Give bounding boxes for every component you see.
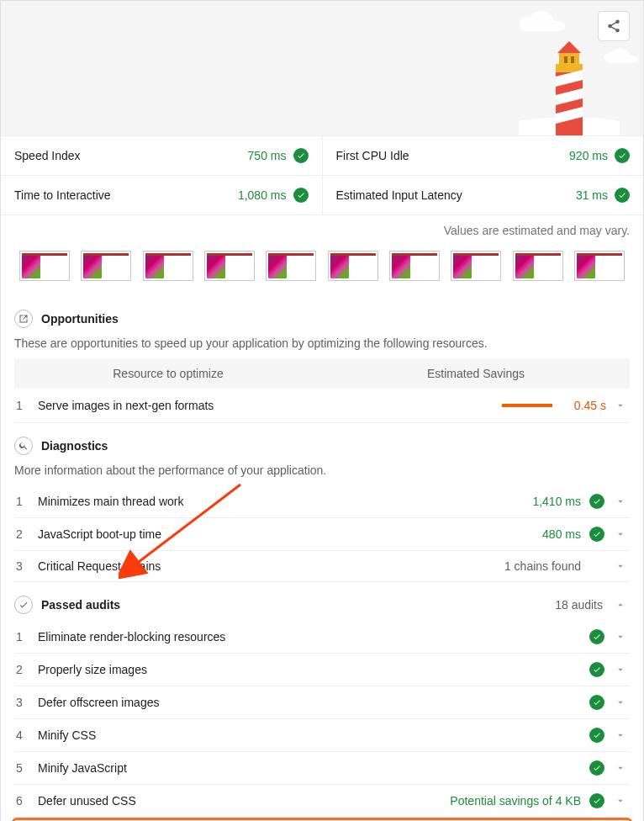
filmstrip-frame <box>81 251 131 281</box>
row-number: 2 <box>14 663 38 676</box>
diagnostic-row[interactable]: 2JavaScript boot-up time480 ms <box>14 518 630 551</box>
pass-icon <box>589 662 604 677</box>
chevron-down-icon[interactable] <box>611 400 630 411</box>
chevron-down-icon[interactable] <box>611 631 630 643</box>
metric-value: 1,080 ms <box>238 188 309 203</box>
filmstrip-frame <box>574 251 625 281</box>
opportunities-section: Opportunities These are opportunities to… <box>1 303 643 423</box>
filmstrip-frame <box>451 251 501 281</box>
pass-icon <box>589 527 604 542</box>
opportunity-name: Serve images in next-gen formats <box>38 399 451 412</box>
metric-row: Speed Index750 ms <box>1 135 322 175</box>
chevron-down-icon[interactable] <box>611 495 630 507</box>
passed-audit-row[interactable]: 7Efficiently encode images <box>12 818 632 821</box>
chevron-down-icon[interactable] <box>611 762 630 774</box>
diagnostics-title: Diagnostics <box>41 439 108 453</box>
row-number: 5 <box>14 761 38 775</box>
opportunities-desc: These are opportunities to speed up your… <box>14 335 630 358</box>
chevron-down-icon[interactable] <box>611 729 630 741</box>
opportunities-icon <box>14 310 33 328</box>
metric-row: First CPU Idle920 ms <box>323 135 644 175</box>
row-number: 1 <box>14 495 38 508</box>
chevron-down-icon[interactable] <box>611 795 630 807</box>
diagnostics-section: Diagnostics More information about the p… <box>1 430 643 582</box>
diagnostic-value: 1 chains found <box>504 559 589 573</box>
share-icon <box>606 19 621 34</box>
diagnostic-row[interactable]: 1Minimizes main thread work1,410 ms <box>14 485 630 518</box>
cloud-icon <box>519 11 566 31</box>
diagnostic-name: Critical Request Chains <box>38 559 504 573</box>
pass-icon <box>589 494 604 509</box>
metric-value: 31 ms <box>576 188 630 203</box>
audit-name: Defer offscreen images <box>38 696 589 709</box>
pass-icon <box>589 629 604 644</box>
report-header <box>1 1 643 135</box>
passed-audit-row[interactable]: 1Eliminate render-blocking resources <box>14 621 630 654</box>
diagnostic-row[interactable]: 3Critical Request Chains1 chains found <box>14 551 630 582</box>
opportunity-row[interactable]: 1Serve images in next-gen formats0.45 s <box>14 389 630 423</box>
filmstrip-frame <box>204 251 255 281</box>
audit-value: Potential savings of 4 KB <box>450 794 589 808</box>
chevron-down-icon[interactable] <box>611 528 630 540</box>
chevron-up-icon <box>611 599 630 611</box>
row-number: 1 <box>14 399 38 412</box>
row-number: 4 <box>14 728 38 742</box>
metric-row: Estimated Input Latency31 ms <box>323 175 644 215</box>
passed-audit-row[interactable]: 6Defer unused CSSPotential savings of 4 … <box>14 785 630 818</box>
filmstrip <box>1 241 643 296</box>
metric-value: 750 ms <box>248 148 309 163</box>
svg-rect-5 <box>571 56 574 63</box>
diagnostics-icon <box>14 437 33 455</box>
passed-audits-count: 18 audits <box>555 598 603 612</box>
metric-row: Time to Interactive1,080 ms <box>1 175 322 215</box>
audit-name: Defer unused CSS <box>38 794 450 808</box>
metric-name: Speed Index <box>14 149 81 162</box>
diagnostic-value: 1,410 ms <box>532 495 589 508</box>
lighthouse-illustration <box>519 34 620 135</box>
pass-icon <box>615 148 630 163</box>
col-resource: Resource to optimize <box>14 358 322 389</box>
chevron-down-icon[interactable] <box>611 560 630 572</box>
audit-name: Minify CSS <box>38 728 589 742</box>
metric-value: 920 ms <box>569 148 630 163</box>
opportunities-title: Opportunities <box>41 312 119 326</box>
audit-name: Properly size images <box>38 663 589 676</box>
metrics-grid: Speed Index750 ms Time to Interactive1,0… <box>1 135 643 215</box>
chevron-down-icon[interactable] <box>611 664 630 675</box>
metric-name: Time to Interactive <box>14 188 111 202</box>
row-number: 1 <box>14 630 38 644</box>
filmstrip-frame <box>328 251 378 281</box>
diagnostic-name: JavaScript boot-up time <box>38 527 542 541</box>
opportunities-table-header: Resource to optimize Estimated Savings <box>14 358 630 389</box>
check-icon <box>14 596 33 614</box>
passed-audit-row[interactable]: 2Properly size images <box>14 654 630 686</box>
pass-icon <box>293 188 309 203</box>
passed-audit-row[interactable]: 4Minify CSS <box>14 719 630 752</box>
filmstrip-frame <box>143 251 193 281</box>
passed-audit-row[interactable]: 5Minify JavaScript <box>14 752 630 785</box>
metric-name: Estimated Input Latency <box>336 188 462 202</box>
pass-icon <box>589 793 604 808</box>
passed-audits-section: Passed audits 18 audits 1Eliminate rende… <box>1 589 643 821</box>
passed-audit-row[interactable]: 3Defer offscreen images <box>14 686 630 719</box>
estimate-note: Values are estimated and may vary. <box>1 215 643 241</box>
filmstrip-frame <box>266 251 316 281</box>
audit-name: Minify JavaScript <box>38 761 589 775</box>
svg-rect-3 <box>559 53 579 65</box>
diagnostics-desc: More information about the performance o… <box>14 462 630 485</box>
passed-audits-toggle[interactable]: Passed audits 18 audits <box>14 589 630 621</box>
pass-icon <box>589 695 604 710</box>
audit-name: Eliminate render-blocking resources <box>38 630 589 644</box>
passed-audits-title: Passed audits <box>41 598 120 612</box>
pass-icon <box>615 188 630 203</box>
diagnostic-value: 480 ms <box>542 527 589 541</box>
pass-icon <box>589 760 604 776</box>
savings-value: 0.45 s <box>552 399 611 412</box>
chevron-down-icon[interactable] <box>611 697 630 708</box>
row-number: 6 <box>14 794 38 808</box>
svg-rect-4 <box>564 56 567 63</box>
col-savings: Estimated Savings <box>322 358 630 389</box>
filmstrip-frame <box>389 251 440 281</box>
savings-bar <box>451 404 552 407</box>
row-number: 2 <box>14 527 38 541</box>
